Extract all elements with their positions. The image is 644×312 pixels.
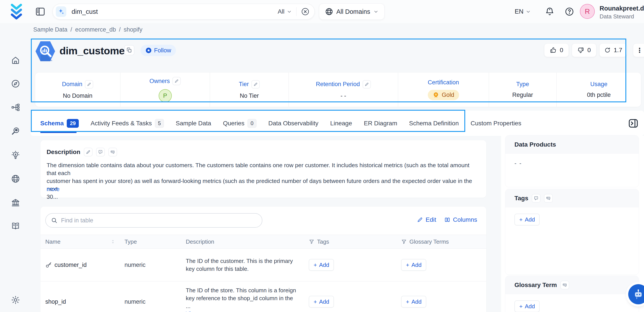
search-input[interactable] xyxy=(72,8,278,15)
explore-compass-icon[interactable] xyxy=(11,79,20,88)
retention-label: Retention Period xyxy=(316,81,360,88)
tab-data-observability[interactable]: Data Observability xyxy=(268,120,318,127)
owner-avatar[interactable]: P xyxy=(159,89,172,102)
settings-gear-icon[interactable] xyxy=(11,295,20,304)
plus-icon: + xyxy=(406,262,409,268)
glossary-book-icon[interactable] xyxy=(11,221,20,230)
owner-initial: P xyxy=(163,92,167,99)
metadata-retention: Retention Period - - xyxy=(289,73,398,107)
help-icon[interactable] xyxy=(564,7,574,17)
description-card: Description The dimension table contains… xyxy=(40,140,486,198)
edit-label: Edit xyxy=(426,216,436,223)
downvote-button[interactable]: 0 xyxy=(572,43,596,57)
pencil-icon xyxy=(86,150,90,154)
chevron-down-icon xyxy=(373,9,378,14)
add-glossary-term-button[interactable]: +Add xyxy=(401,296,426,307)
lineage-nodes-icon[interactable] xyxy=(11,103,20,112)
upvote-button[interactable]: 0 xyxy=(544,43,569,57)
notifications-bell-icon[interactable] xyxy=(545,7,554,17)
sidebar-toggle-icon[interactable] xyxy=(35,6,46,17)
observability-icon[interactable] xyxy=(11,126,20,136)
filter-funnel-icon[interactable] xyxy=(309,239,314,244)
edit-description-button[interactable] xyxy=(84,148,92,157)
tab-schema-definition[interactable]: Schema Definition xyxy=(409,120,459,127)
plus-icon: + xyxy=(519,216,522,223)
tab-queries[interactable]: Queries0 xyxy=(223,119,256,128)
edit-table-button[interactable]: Edit xyxy=(417,216,436,223)
view-more-link[interactable]: View more xyxy=(186,310,212,312)
thumbs-up-icon xyxy=(550,47,557,54)
add-glossary-term-button[interactable]: +Add xyxy=(514,300,540,312)
columns-icon xyxy=(444,217,450,223)
tab-label: Lineage xyxy=(330,120,352,127)
plus-icon: + xyxy=(314,298,317,305)
search-scope-dropdown[interactable]: All xyxy=(278,8,292,15)
plus-icon: + xyxy=(406,298,409,305)
find-in-table[interactable] xyxy=(45,213,262,228)
header-name[interactable]: Name xyxy=(40,238,120,245)
bigquery-icon xyxy=(35,40,56,62)
add-tag-button[interactable]: +Add xyxy=(514,214,540,225)
description-conversation-button[interactable] xyxy=(108,148,117,157)
all-domains-dropdown[interactable]: All Domains xyxy=(319,4,384,20)
tier-value: No Tier xyxy=(240,92,259,99)
breadcrumb-item[interactable]: shopify xyxy=(124,26,142,33)
insights-bulb-icon[interactable] xyxy=(11,150,20,160)
home-icon[interactable] xyxy=(11,55,20,65)
tab-count-badge: 29 xyxy=(67,119,79,128)
domains-globe-icon[interactable] xyxy=(11,174,20,183)
right-side-panel: Data Products - - Tags +Add Glossary Ter… xyxy=(501,136,644,312)
tab-er-diagram[interactable]: ER Diagram xyxy=(364,120,397,127)
edit-retention-button[interactable] xyxy=(362,80,371,89)
request-description-button[interactable] xyxy=(96,148,105,157)
glossary-conversation-button[interactable] xyxy=(560,281,569,289)
language-label: EN xyxy=(515,8,524,15)
add-glossary-term-button[interactable]: +Add xyxy=(401,259,426,271)
filter-funnel-icon[interactable] xyxy=(401,239,407,244)
search-icon xyxy=(51,217,58,224)
tab-custom-properties[interactable]: Custom Properties xyxy=(470,120,521,127)
metadata-domain: Domain No Domain xyxy=(35,73,120,107)
avatar-initial: R xyxy=(585,8,590,16)
columns-button[interactable]: Columns xyxy=(444,216,477,223)
tab-sample-data[interactable]: Sample Data xyxy=(176,120,211,127)
add-tag-button[interactable]: +Add xyxy=(309,259,334,271)
breadcrumb: Sample Data / ecommerce_db / shopify xyxy=(33,26,142,33)
language-dropdown[interactable]: EN xyxy=(515,0,531,23)
metadata-usage: Usage 0th pctile xyxy=(557,73,641,107)
copy-name-button[interactable] xyxy=(124,45,134,55)
edit-owners-button[interactable] xyxy=(172,77,181,85)
governance-bank-icon[interactable] xyxy=(11,198,20,207)
edit-domain-button[interactable] xyxy=(85,80,93,89)
breadcrumb-item[interactable]: ecommerce_db xyxy=(75,26,116,33)
domain-value: No Domain xyxy=(63,92,92,99)
tab-schema[interactable]: Schema29 xyxy=(40,119,79,128)
tab-lineage[interactable]: Lineage xyxy=(330,120,352,127)
kebab-menu-button[interactable]: ⋮ xyxy=(633,43,644,57)
tab-activity-feeds[interactable]: Activity Feeds & Tasks5 xyxy=(90,119,164,128)
global-search-bar[interactable]: All xyxy=(52,4,315,20)
follow-button[interactable]: Follow xyxy=(140,45,176,56)
conversation-icon xyxy=(110,150,115,154)
request-tags-button[interactable] xyxy=(532,194,540,203)
user-avatar[interactable]: R xyxy=(580,4,595,19)
column-name-cell[interactable]: customer_id xyxy=(40,249,120,281)
clear-search-icon[interactable] xyxy=(301,7,310,16)
app-logo[interactable] xyxy=(8,3,26,21)
find-in-table-input[interactable] xyxy=(61,217,257,224)
edit-tier-button[interactable] xyxy=(252,80,260,89)
description-more-link[interactable]: more xyxy=(46,186,60,193)
add-tag-button[interactable]: +Add xyxy=(309,296,334,307)
tags-conversation-button[interactable] xyxy=(544,194,553,203)
tab-label: Schema Definition xyxy=(409,120,459,127)
description-text: The dimension table contains data about … xyxy=(46,161,479,201)
follow-label: Follow xyxy=(154,47,171,54)
sort-icon[interactable] xyxy=(110,239,116,244)
user-role: Data Steward xyxy=(600,13,634,20)
breadcrumb-item[interactable]: Sample Data xyxy=(33,26,68,33)
left-nav-rail xyxy=(0,23,31,312)
column-name-cell[interactable]: shop_id xyxy=(40,281,120,312)
gold-medal-icon xyxy=(432,92,439,98)
version-button[interactable]: 1.7 xyxy=(599,43,627,57)
collapse-right-panel-button[interactable] xyxy=(628,118,639,129)
